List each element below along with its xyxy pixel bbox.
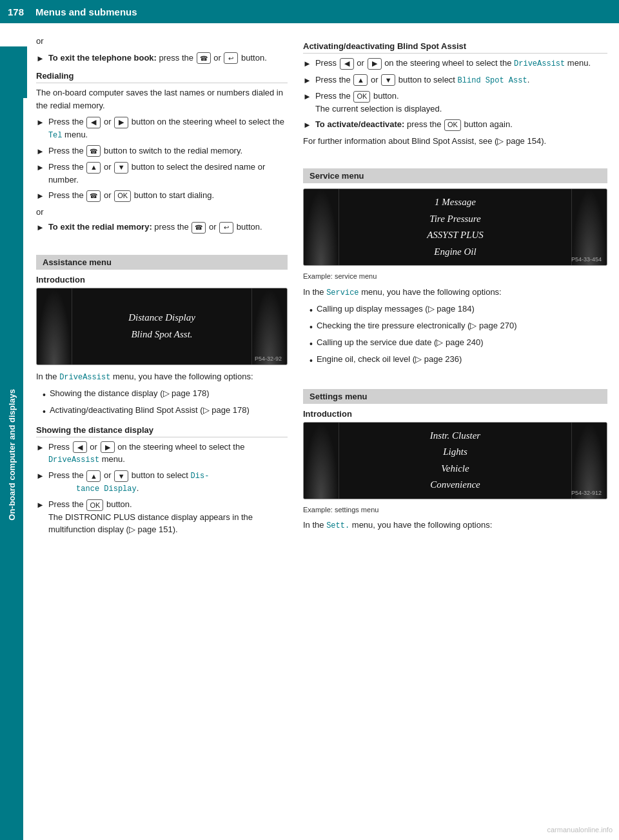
arrow-icon: ►: [36, 470, 44, 483]
page-title: Menus and submenus: [35, 6, 137, 17]
image-tag-1: P54-32-92: [255, 355, 282, 362]
redial-step-3: ► Press the ▲ or ▼ button to select the …: [36, 161, 288, 186]
service-option-1: • Calling up display messages (▷ page 18…: [310, 303, 607, 317]
service-option-3: • Calling up the service due date (▷ pag…: [310, 336, 607, 351]
service-option-4-text: Engine oil, check oil level (▷ page 236): [317, 353, 462, 366]
arrow-icon: ►: [36, 190, 44, 203]
or-text-2: or: [36, 206, 288, 219]
exit-redial-bold: To exit the redial memory:: [48, 222, 152, 232]
showing-step-2: ► Press the ▲ or ▼ button to select Dis-…: [36, 469, 288, 495]
bullet-dot: •: [310, 304, 313, 317]
ok-btn-3: OK: [353, 91, 370, 103]
image-tag-2: P54-33-454: [571, 256, 602, 263]
gauge-right-3: [571, 423, 607, 499]
service-menu-mono: Service: [326, 288, 359, 297]
blind-spot-mono: Blind Spot Asst: [458, 76, 527, 85]
option-1-text: Showing the distance display (▷ page 178…: [50, 387, 210, 400]
redial-step-4: ► Press the ☎ or OK button to start dial…: [36, 189, 288, 203]
bullet-dot: •: [310, 321, 313, 334]
sidebar-label: On-board computer and displays: [0, 46, 23, 840]
service-option-2-text: Checking the tire pressure electronicall…: [317, 319, 517, 332]
arrow-icon: ►: [36, 441, 44, 454]
activating-step-1: ► Press ◀ or ▶ on the steering wheel to …: [303, 57, 607, 70]
arrow-icon: ►: [36, 161, 44, 174]
settings-introduction: Introduction: [303, 409, 607, 419]
gauge-left: [37, 288, 72, 365]
ok-btn-1: OK: [114, 190, 131, 202]
introduction-heading: Introduction: [36, 275, 288, 285]
back-btn-2: ↩: [219, 222, 233, 234]
further-info: For further information about Blind Spot…: [303, 135, 607, 148]
settings-intro-text: In the Sett. menu, you have the followin…: [303, 519, 607, 532]
assistance-dash-text: Distance Display Blind Spot Asst.: [128, 310, 195, 343]
service-dash-text: 1 Message Tire Pressure ASSYST PLUS Engi…: [427, 194, 484, 260]
service-options: • Calling up display messages (▷ page 18…: [310, 303, 607, 368]
tel-mono: Tel: [48, 131, 63, 140]
settings-in-the: In the: [303, 520, 324, 530]
menu-following: menu, you have the following options:: [113, 372, 253, 381]
ok-btn-4: OK: [444, 119, 461, 131]
ok-btn-2: OK: [86, 499, 103, 511]
drive-assist-intro: In the DriveAssist menu, you have the fo…: [36, 370, 288, 383]
bullet-dot: •: [43, 405, 46, 419]
bullet-dot: •: [310, 354, 313, 368]
settings-dash-image: Instr. Cluster Lights Vehicle Convenienc…: [303, 422, 607, 499]
dash-line1: Distance Display: [128, 312, 195, 323]
drive-assist-mono-2: DriveAssist: [48, 455, 99, 465]
gauge-left-3: [304, 423, 339, 499]
dash-line2: Blind Spot Asst.: [131, 329, 192, 339]
arrow-icon: ►: [303, 74, 311, 87]
settings-example: Example: settings menu: [303, 505, 607, 515]
arrow-icon: ►: [36, 221, 44, 234]
arrow-icon: ►: [303, 90, 311, 103]
service-dash-image: 1 Message Tire Pressure ASSYST PLUS Engi…: [303, 188, 607, 266]
right-btn-3: ▶: [368, 58, 382, 70]
service-menu-following: menu, you have the following options:: [361, 287, 502, 297]
to-activate-bold: To activate/deactivate:: [315, 119, 404, 129]
service-line3: ASSYST PLUS: [427, 230, 484, 240]
arrow-icon: ►: [36, 52, 44, 65]
settings-following: menu, you have the following options:: [352, 520, 493, 530]
bullet-dot: •: [310, 337, 313, 351]
left-btn-3: ◀: [340, 58, 354, 70]
drive-assist-mono-3: DriveAssist: [514, 59, 565, 68]
service-intro: In the Service menu, you have the follow…: [303, 286, 607, 299]
drive-assist-mono: DriveAssist: [59, 373, 110, 382]
arrow-icon: ►: [303, 57, 311, 70]
redialing-heading: Redialing: [36, 71, 288, 83]
image-tag-3: P54-32-912: [571, 490, 602, 496]
arrow-icon: ►: [36, 499, 44, 512]
assistance-dash-image: Distance Display Blind Spot Asst. P54-32…: [36, 288, 288, 365]
drive-assist-options: • Showing the distance display (▷ page 1…: [43, 387, 288, 419]
exit-telephone-text: To exit the telephone book: press the ☎ …: [48, 52, 267, 65]
up-btn-3: ▲: [353, 74, 368, 86]
gauge-left-2: [304, 189, 339, 265]
settings-line4: Convenience: [430, 479, 480, 490]
back-btn: ↩: [224, 52, 238, 64]
arrow-icon: ►: [303, 119, 311, 132]
settings-menu-mono: Sett.: [326, 521, 349, 530]
showing-step-3: ► Press the OK button. The DISTRONIC PLU…: [36, 498, 288, 536]
right-btn-2: ▶: [101, 441, 115, 453]
service-line4: Engine Oil: [434, 246, 476, 257]
arrow-icon: ►: [36, 116, 44, 129]
service-line2: Tire Pressure: [429, 214, 481, 224]
distance-display-mono: Dis- tance Display: [48, 472, 210, 494]
option-1: • Showing the distance display (▷ page 1…: [43, 387, 288, 402]
exit-redial-item: ► To exit the redial memory: press the ☎…: [36, 221, 288, 234]
phone-btn-2: ☎: [86, 145, 101, 157]
gauge-right: [251, 288, 287, 365]
settings-menu-label: Settings menu: [303, 389, 607, 404]
left-btn-2: ◀: [73, 441, 87, 453]
settings-line2: Lights: [443, 446, 467, 457]
service-menu-label: Service menu: [303, 168, 607, 183]
settings-line3: Vehicle: [441, 463, 469, 474]
option-2-text: Activating/deactivating Blind Spot Assis…: [50, 404, 250, 417]
page-number: 178: [8, 6, 24, 17]
redial-step-1: ► Press the ◀ or ▶ button on the steerin…: [36, 115, 288, 141]
showing-step-1: ► Press ◀ or ▶ on the steering wheel to …: [36, 441, 288, 466]
showing-distance-heading: Showing the distance display: [36, 425, 288, 437]
sidebar-label-text: On-board computer and displays: [7, 389, 17, 521]
service-option-2: • Checking the tire pressure electronica…: [310, 319, 607, 334]
redialing-intro: The on-board computer saves the last nam…: [36, 86, 288, 112]
